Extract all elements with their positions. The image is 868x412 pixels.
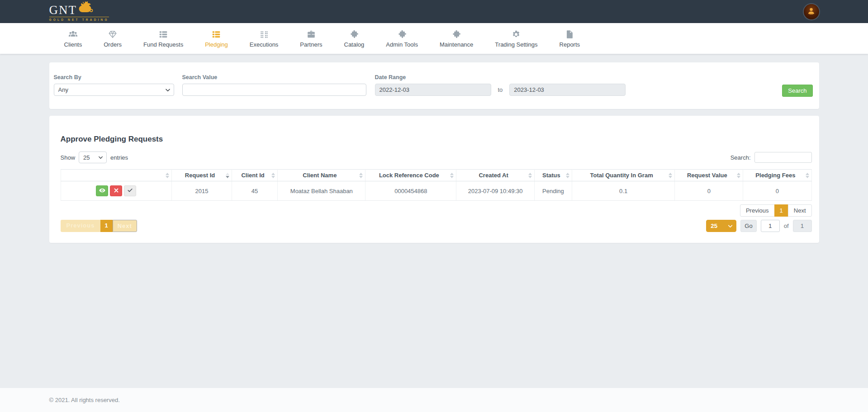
- sort-icon: [737, 173, 740, 178]
- entries-per-page-select[interactable]: 25: [79, 152, 107, 163]
- sort-icon: [669, 173, 672, 178]
- logo-text: GNT: [49, 4, 77, 16]
- nav-item-partners[interactable]: Partners: [300, 29, 322, 48]
- search-by-group: Search By Any: [54, 74, 174, 96]
- nav-label: Fund Requests: [143, 41, 183, 48]
- column-header-request-value[interactable]: Request Value: [675, 170, 743, 181]
- custom-page-1-button[interactable]: 1: [100, 220, 112, 232]
- check-icon: [127, 187, 133, 194]
- column-header-status[interactable]: Status: [534, 170, 572, 181]
- search-value-input[interactable]: [182, 84, 366, 96]
- pledging-requests-table: Request Id Client Id Client Name Lock Re…: [61, 169, 812, 201]
- entries-label: entries: [110, 154, 128, 161]
- date-range-label: Date Range: [375, 74, 626, 81]
- nav-label: Partners: [300, 41, 322, 48]
- nav-item-orders[interactable]: Orders: [104, 29, 122, 48]
- nav-item-catalog[interactable]: Catalog: [344, 29, 365, 48]
- nav-item-maintenance[interactable]: Maintenance: [440, 29, 473, 48]
- sort-icon: [528, 173, 532, 178]
- main-content: Search By Any Search Value Date Range: [0, 54, 868, 388]
- panel-title: Approve Pledging Requests: [61, 135, 812, 144]
- pledging-fees-cell: 0: [743, 181, 811, 201]
- column-header-client-name[interactable]: Client Name: [278, 170, 365, 181]
- column-header-actions[interactable]: [61, 170, 172, 181]
- top-bar: GNT GOLD NET TRADING: [0, 0, 868, 23]
- filter-panel: Search By Any Search Value Date Range: [49, 62, 819, 109]
- nav-label: Maintenance: [440, 41, 473, 48]
- custom-pagination: Previous 1 Next: [61, 220, 137, 232]
- approve-request-button[interactable]: [124, 185, 136, 196]
- nav-item-fund-requests[interactable]: Fund Requests: [143, 29, 183, 48]
- go-button[interactable]: Go: [740, 220, 756, 232]
- column-header-pledging-fees[interactable]: Pledging Fees: [743, 170, 811, 181]
- table-row: 2015 45 Moataz Bellah Shaaban 0000454868…: [61, 181, 811, 201]
- search-button[interactable]: Search: [782, 85, 812, 97]
- column-header-lock-reference-code[interactable]: Lock Reference Code: [365, 170, 456, 181]
- table-search-control: Search:: [730, 152, 812, 163]
- column-header-created-at[interactable]: Created At: [456, 170, 535, 181]
- nav-label: Executions: [250, 41, 279, 48]
- client-id-cell: 45: [232, 181, 277, 201]
- nav-label: Catalog: [344, 41, 365, 48]
- pagination-previous-button[interactable]: Previous: [740, 204, 775, 217]
- brand-logo[interactable]: GNT GOLD NET TRADING: [49, 2, 109, 21]
- client-name-cell: Moataz Bellah Shaaban: [278, 181, 365, 201]
- column-header-total-quantity[interactable]: Total Quantity In Gram: [572, 170, 674, 181]
- nav-label: Pledging: [205, 41, 228, 48]
- sort-icon: [166, 173, 169, 178]
- nav-label: Orders: [104, 41, 122, 48]
- pagination-page-1-button[interactable]: 1: [774, 204, 788, 217]
- row-actions-cell: [61, 181, 172, 201]
- copyright-text: © 2021. All rights reserved.: [49, 397, 120, 403]
- puzzle-icon: [451, 29, 461, 39]
- total-quantity-cell: 0.1: [572, 181, 674, 201]
- nav-label: Reports: [560, 41, 580, 48]
- nav-item-admin-tools[interactable]: Admin Tools: [386, 29, 418, 48]
- page-number-input[interactable]: [761, 220, 780, 232]
- pledging-requests-panel: Approve Pledging Requests Show 25 entrie…: [49, 116, 819, 243]
- of-label: of: [784, 223, 789, 229]
- puzzle-icon: [349, 29, 359, 39]
- date-to-input[interactable]: [509, 84, 626, 96]
- custom-previous-button[interactable]: Previous: [61, 220, 101, 232]
- reject-request-button[interactable]: [110, 185, 122, 196]
- show-label: Show: [61, 154, 76, 161]
- view-request-button[interactable]: [96, 185, 108, 196]
- sort-icon: [359, 173, 363, 178]
- sort-icon: [271, 173, 275, 178]
- column-header-client-id[interactable]: Client Id: [232, 170, 277, 181]
- search-by-select[interactable]: Any: [54, 84, 174, 96]
- sort-icon: [566, 173, 569, 178]
- briefcase-icon: [306, 29, 316, 39]
- date-range-to-word: to: [498, 86, 503, 93]
- nav-label: Admin Tools: [386, 41, 418, 48]
- column-header-request-id[interactable]: Request Id: [172, 170, 232, 181]
- table-search-input[interactable]: [754, 152, 812, 163]
- date-range-group: Date Range to: [375, 74, 626, 96]
- nav-item-pledging[interactable]: Pledging: [205, 29, 228, 48]
- date-from-input[interactable]: [375, 84, 491, 96]
- user-avatar-button[interactable]: [804, 4, 819, 19]
- griffin-icon: [75, 0, 94, 17]
- nav-item-reports[interactable]: Reports: [560, 29, 580, 48]
- search-value-group: Search Value: [182, 74, 366, 96]
- custom-next-button[interactable]: Next: [113, 220, 137, 232]
- pagination-next-button[interactable]: Next: [788, 204, 812, 217]
- page-size-select[interactable]: 25: [706, 220, 736, 232]
- nav-item-clients[interactable]: Clients: [64, 29, 82, 48]
- goto-page-controls: 25 Go of: [706, 220, 811, 232]
- page-footer: © 2021. All rights reserved.: [0, 388, 868, 412]
- puzzle-icon: [397, 29, 407, 39]
- users-icon: [68, 29, 78, 39]
- table-header-row: Request Id Client Id Client Name Lock Re…: [61, 170, 811, 181]
- eye-icon: [99, 187, 106, 195]
- nav-item-executions[interactable]: Executions: [250, 29, 279, 48]
- sort-icon: [226, 173, 229, 178]
- search-by-label: Search By: [54, 74, 174, 81]
- gear-icon: [511, 29, 521, 39]
- nav-item-trading-settings[interactable]: Trading Settings: [495, 29, 537, 48]
- sort-icon: [450, 173, 454, 178]
- request-value-cell: 0: [675, 181, 743, 201]
- table-search-label: Search:: [730, 154, 751, 161]
- file-icon: [564, 29, 574, 39]
